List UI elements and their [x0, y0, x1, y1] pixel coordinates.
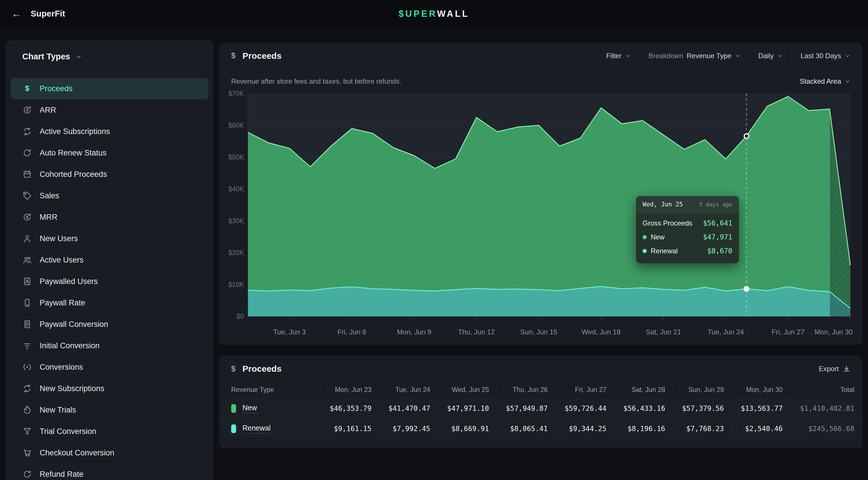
sidebar-item-checkout-conversion[interactable]: Checkout Conversion [11, 442, 208, 463]
sidebar-item-label: New Trials [40, 406, 76, 415]
table-cell: $57,379.56 [673, 398, 732, 418]
sidebar-item-label: Cohorted Proceeds [40, 170, 107, 179]
sidebar-item-paywalled-users[interactable]: Paywalled Users [11, 271, 208, 292]
chart-card-title: Proceeds [243, 51, 281, 61]
svg-text:$: $ [26, 108, 28, 112]
highlight-marker-renewal [744, 287, 749, 291]
table-column-header: Revenue Type [220, 381, 320, 398]
table-cell: $8,669.91 [438, 418, 496, 439]
table-cell: $2,540.46 [732, 418, 790, 439]
chart-svg: $0$10K$20K$30K$40K$50K$60K$70KTue, Jun 3… [225, 89, 857, 342]
tooltip-row-label: Gross Proceeds [643, 219, 692, 227]
sidebar-item-new-trials[interactable]: New Trials [11, 399, 208, 421]
sidebar-item-arr[interactable]: $ARR [11, 99, 208, 121]
chart-type-dropdown[interactable]: Stacked Area [800, 77, 850, 85]
breakdown-dropdown[interactable]: Breakdown Revenue Type [648, 52, 740, 60]
sidebar-item-cohorted-proceeds[interactable]: Cohorted Proceeds [11, 163, 208, 185]
refresh-icon [22, 469, 32, 479]
sidebar-item-conversions[interactable]: Conversions [11, 356, 208, 378]
table-cell: $56,433.16 [614, 398, 673, 418]
person-icon [22, 234, 32, 243]
chevron-down-icon [625, 53, 631, 59]
chart-tooltip: Wed, Jun 25 5 days ago Gross Proceeds$56… [636, 196, 739, 264]
breakdown-label: Breakdown [648, 52, 683, 60]
series-swatch-icon [231, 404, 236, 413]
sidebar-item-initial-conversion[interactable]: Initial Conversion [11, 335, 208, 356]
sidebar-item-active-users[interactable]: Active Users [11, 249, 208, 271]
dollar-icon: $ [231, 51, 236, 60]
table-column-header: Wed, Jun 25 [438, 381, 496, 398]
dollar-cycle-icon: $ [22, 212, 32, 222]
refresh-icon [22, 148, 32, 158]
sidebar-item-sales[interactable]: Sales [11, 185, 208, 206]
sidebar-item-refund-rate[interactable]: Refund Rate [11, 463, 208, 480]
series-name: New [243, 403, 257, 413]
table-column-header: Tue, Jun 24 [379, 381, 438, 398]
series-name: Renewal [243, 424, 271, 434]
chart-types-sidebar: Chart Types $Proceeds$ARRActive Subscrip… [6, 40, 213, 480]
x-axis-label: Wed, Jun 18 [582, 328, 620, 336]
table-card-title: Proceeds [243, 364, 281, 374]
x-axis-label: Tue, Jun 3 [273, 328, 306, 336]
y-axis-label: $50K [228, 153, 244, 161]
cycle-icon [22, 126, 32, 137]
sidebar-item-new-subscriptions[interactable]: New Subscriptions [11, 378, 208, 399]
granularity-dropdown[interactable]: Daily [758, 52, 783, 60]
logo-accent: $UPER [399, 9, 437, 19]
sidebar-item-active-subscriptions[interactable]: Active Subscriptions [11, 121, 208, 142]
table-cell: $8,196.16 [614, 418, 673, 439]
sidebar-item-label: Checkout Conversion [40, 448, 114, 457]
top-bar: ← SuperFit $UPERWALL [0, 0, 868, 28]
sidebar-item-label: Paywall Conversion [40, 320, 108, 329]
receipt-icon [22, 319, 32, 329]
renewal-area [248, 287, 850, 317]
granularity-value: Daily [758, 52, 774, 60]
chevron-down-icon [75, 53, 82, 60]
sidebar-item-mrr[interactable]: $MRR [11, 206, 208, 228]
sidebar-item-label: Active Users [40, 256, 84, 265]
x-axis-label: Fri, Jun 6 [337, 328, 366, 336]
filter-lines-icon [22, 341, 32, 351]
chart-types-dropdown[interactable]: Chart Types [6, 41, 213, 70]
table-cell: $9,344.25 [555, 418, 614, 439]
tag-icon [22, 191, 32, 201]
table-row-label-renewal: Renewal [220, 418, 320, 439]
sidebar-item-paywall-conversion[interactable]: Paywall Conversion [11, 313, 208, 335]
sidebar-item-label: Trial Conversion [40, 427, 96, 436]
divider [792, 52, 792, 60]
sidebar-item-new-users[interactable]: New Users [11, 228, 208, 249]
filter-dropdown[interactable]: Filter [606, 52, 631, 60]
id-card-icon [22, 276, 32, 286]
sidebar-item-trial-conversion[interactable]: Trial Conversion [11, 421, 208, 442]
chart-sub-row: Revenue after store fees and taxes, but … [220, 69, 862, 87]
sidebar-item-paywall-rate[interactable]: Paywall Rate [11, 292, 208, 313]
calendar-icon [22, 169, 32, 179]
table-column-header: Sun, Jun 29 [673, 381, 732, 398]
chevron-down-icon [844, 79, 850, 84]
export-button[interactable]: Export [819, 365, 850, 373]
tooltip-row-new: New$47,971 [643, 230, 732, 244]
table-column-header: Sat, Jun 28 [614, 381, 673, 398]
table-column-header: Total [790, 381, 862, 398]
table-column-header: Mon, Jun 30 [732, 381, 790, 398]
timer-icon [22, 405, 32, 415]
main-content: $ Proceeds Filter Breakdown Revenue Type… [219, 43, 862, 448]
download-icon [843, 365, 850, 372]
date-range-dropdown[interactable]: Last 30 Days [801, 52, 850, 60]
table-cell: $41,470.47 [379, 398, 438, 418]
logo-rest: WALL [437, 9, 470, 19]
stacked-area-chart[interactable]: $0$10K$20K$30K$40K$50K$60K$70KTue, Jun 3… [225, 89, 857, 344]
table-cell: $9,161.15 [320, 418, 379, 439]
sidebar-item-auto-renew-status[interactable]: Auto Renew Status [11, 142, 208, 163]
sidebar-item-proceeds[interactable]: $Proceeds [11, 78, 208, 99]
back-arrow-icon[interactable]: ← [11, 8, 22, 20]
breakdown-value: Revenue Type [687, 52, 731, 60]
sidebar-item-label: Auto Renew Status [40, 149, 106, 157]
x-axis-label: Mon, Jun 9 [397, 328, 431, 336]
x-axis-label: Tue, Jun 24 [707, 328, 744, 336]
table-row-label-new: New [220, 398, 320, 418]
chart-subtitle: Revenue after store fees and taxes, but … [231, 77, 401, 85]
dollar-icon: $ [231, 364, 236, 373]
table-total-cell: $245,566.68 [790, 418, 862, 439]
x-axis-label: Sat, Jun 21 [646, 328, 681, 336]
